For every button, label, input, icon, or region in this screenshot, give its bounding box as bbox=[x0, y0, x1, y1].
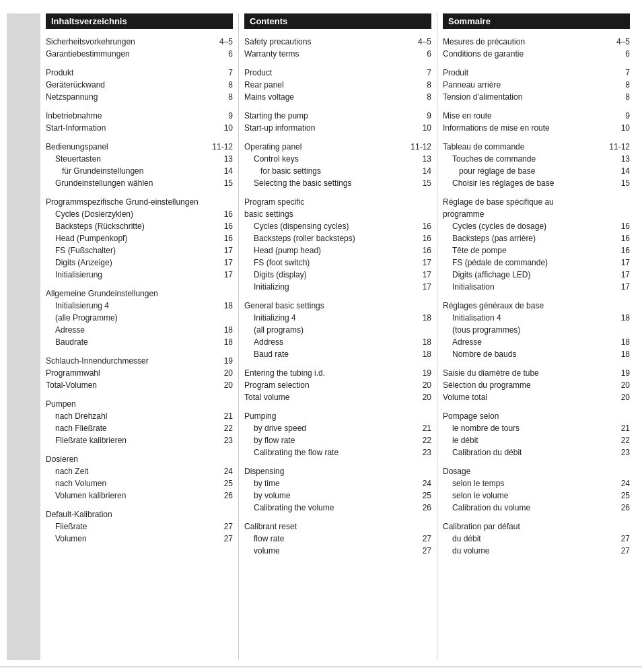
toc-page-num: 13 bbox=[610, 153, 630, 165]
toc-row: Produit7 bbox=[443, 67, 630, 79]
toc-row: Calibration par défaut bbox=[443, 520, 630, 533]
toc-page-num: 17 bbox=[610, 269, 630, 281]
toc-row: Start-Information10 bbox=[46, 122, 233, 134]
toc-row: selon le temps24 bbox=[443, 477, 630, 490]
toc-row: Cycles (dispensing cycles)16 bbox=[244, 220, 431, 232]
toc-label: le nombre de tours bbox=[452, 422, 610, 434]
toc-row: Program selection20 bbox=[244, 379, 431, 391]
toc-page-num: 6 bbox=[411, 48, 431, 60]
toc-page-num: 16 bbox=[610, 220, 630, 232]
section-0-6: Schlauch-Innendurchmesser19Programmwahl2… bbox=[46, 355, 233, 391]
toc-page-num: 18 bbox=[213, 300, 233, 312]
toc-row: Fließrate kalibrieren23 bbox=[46, 434, 233, 446]
toc-page-num bbox=[610, 196, 630, 208]
toc-label: Warranty terms bbox=[244, 48, 411, 60]
toc-page-num: 18 bbox=[610, 336, 630, 348]
toc-row: Initialisation 418 bbox=[443, 312, 630, 324]
toc-row: Initialisierung 418 bbox=[46, 300, 233, 312]
toc-label: (alle Programme) bbox=[55, 312, 213, 324]
toc-page-num: 17 bbox=[610, 281, 630, 293]
toc-page-num: 9 bbox=[610, 110, 630, 122]
toc-page-num bbox=[411, 465, 431, 477]
section-0-7: Pumpennach Drehzahl21nach Fließrate22Fli… bbox=[46, 398, 233, 446]
toc-row: (alle Programme) bbox=[46, 312, 233, 324]
section-2-6: Saisie du diamètre de tube19Sélection du… bbox=[443, 367, 630, 403]
toc-label: Conditions de garantie bbox=[443, 48, 610, 60]
toc-row: Head (Pumpenkopf)16 bbox=[46, 232, 233, 244]
toc-row: Mains voltage8 bbox=[244, 91, 431, 103]
toc-page-num: 14 bbox=[213, 165, 233, 177]
toc-page-num: 18 bbox=[411, 348, 431, 360]
toc-label: du débit bbox=[452, 533, 610, 545]
toc-row: Volumen kalibrieren26 bbox=[46, 490, 233, 502]
toc-label: Réglages généraux de base bbox=[443, 300, 610, 312]
toc-label: Informations de mise en route bbox=[443, 122, 610, 134]
toc-label: Dosage bbox=[443, 465, 610, 477]
column-1: ContentsSafety precautions4–5Warranty te… bbox=[239, 13, 437, 660]
toc-page-num bbox=[411, 324, 431, 336]
toc-row: Digits (affichage LED)17 bbox=[443, 269, 630, 281]
toc-page-num: 16 bbox=[213, 232, 233, 244]
toc-page-num bbox=[610, 465, 630, 477]
toc-row: programme bbox=[443, 208, 630, 220]
toc-row: by flow rate22 bbox=[244, 434, 431, 446]
toc-label: FS (Fußschalter) bbox=[55, 244, 213, 257]
toc-label: Head (Pumpenkopf) bbox=[55, 232, 213, 244]
toc-page-num: 19 bbox=[411, 367, 431, 379]
toc-page-num: 20 bbox=[411, 379, 431, 391]
toc-label: Cycles (Dosierzyklen) bbox=[55, 208, 213, 220]
toc-page-num: 8 bbox=[213, 79, 233, 91]
toc-label: Pompage selon bbox=[443, 410, 610, 422]
toc-label: Entering the tubing i.d. bbox=[244, 367, 411, 379]
toc-label: for basic settings bbox=[260, 165, 411, 177]
toc-label: Steuertasten bbox=[55, 153, 213, 165]
toc-page-num: 20 bbox=[411, 391, 431, 403]
toc-page-num: 9 bbox=[213, 110, 233, 122]
column-header-2: Sommaire bbox=[443, 13, 630, 29]
toc-row: Mise en route9 bbox=[443, 110, 630, 122]
toc-row: Adresse18 bbox=[46, 324, 233, 336]
section-1-2: Starting the pump9Start-up information10 bbox=[244, 110, 431, 134]
toc-label: Operating panel bbox=[244, 141, 411, 153]
toc-row: Warranty terms6 bbox=[244, 48, 431, 60]
toc-row: volume27 bbox=[244, 545, 431, 557]
toc-label: Nombre de bauds bbox=[452, 348, 610, 360]
section-2-7: Pompage selonle nombre de tours21le débi… bbox=[443, 410, 630, 459]
toc-label: Geräterückwand bbox=[46, 79, 213, 91]
toc-page-num: 22 bbox=[411, 434, 431, 446]
toc-row: Safety precautions4–5 bbox=[244, 36, 431, 48]
toc-label: für Grundeinstellungen bbox=[62, 165, 213, 177]
toc-label: Initialisierung 4 bbox=[55, 300, 213, 312]
toc-page-num: 18 bbox=[213, 336, 233, 348]
section-2-8: Dosageselon le temps24selon le volume25C… bbox=[443, 465, 630, 514]
toc-row: FS (foot switch)17 bbox=[244, 257, 431, 269]
toc-row: Calibrating the flow rate23 bbox=[244, 446, 431, 459]
toc-row: Initialisation17 bbox=[443, 281, 630, 293]
toc-row: Adresse18 bbox=[443, 336, 630, 348]
toc-label: Initialisation bbox=[452, 281, 610, 293]
toc-page-num bbox=[213, 398, 233, 410]
toc-page-num: 23 bbox=[411, 446, 431, 459]
section-1-7: Pumpingby drive speed21by flow rate22Cal… bbox=[244, 410, 431, 459]
toc-row: du débit27 bbox=[443, 533, 630, 545]
toc-page-num: 13 bbox=[213, 153, 233, 165]
toc-row: Baudrate18 bbox=[46, 336, 233, 348]
toc-page-num: 17 bbox=[213, 257, 233, 269]
toc-page-num: 8 bbox=[411, 91, 431, 103]
toc-page-num: 17 bbox=[411, 269, 431, 281]
section-0-5: Allgemeine GrundeinstellungenInitialisie… bbox=[46, 288, 233, 348]
toc-row: for basic settings14 bbox=[244, 165, 431, 177]
toc-page-num: 26 bbox=[610, 502, 630, 514]
toc-row: Réglage de base spécifique au bbox=[443, 196, 630, 208]
toc-page-num bbox=[213, 453, 233, 465]
toc-label: by time bbox=[254, 477, 411, 490]
toc-page-num: 17 bbox=[411, 257, 431, 269]
section-2-3: Tableau de commande11-12Touches de comma… bbox=[443, 141, 630, 189]
toc-page-num: 24 bbox=[411, 477, 431, 490]
toc-label: Digits (display) bbox=[254, 269, 411, 281]
toc-row: Conditions de garantie6 bbox=[443, 48, 630, 60]
toc-label: Allgemeine Grundeinstellungen bbox=[46, 288, 213, 300]
toc-label: (tous programmes) bbox=[452, 324, 610, 336]
toc-row: nach Fließrate22 bbox=[46, 422, 233, 434]
toc-label: Programmwahl bbox=[46, 367, 213, 379]
